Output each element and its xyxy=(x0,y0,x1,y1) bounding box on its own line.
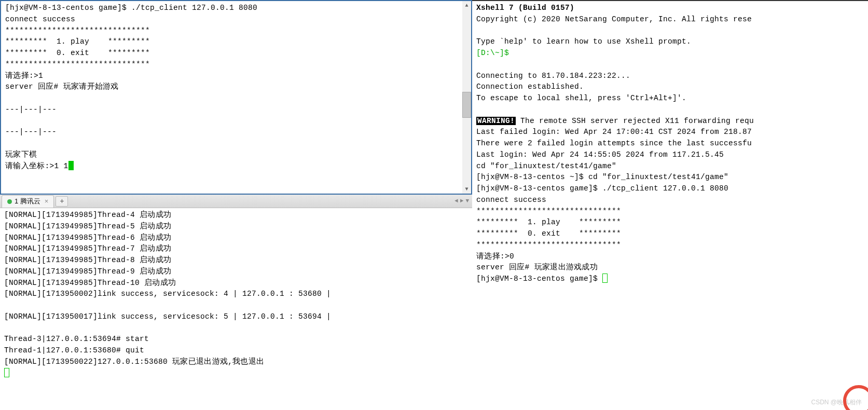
failed-attempts-line: There were 2 failed login attempts since… xyxy=(476,139,752,147)
line: ********* 1. play ********* xyxy=(5,37,150,46)
connect-success-line: connect success xyxy=(476,196,546,204)
line: ---|---|--- xyxy=(5,105,57,114)
scrollbar-thumb[interactable] xyxy=(462,92,471,118)
tab-tencent-cloud[interactable]: 1 腾讯云 × xyxy=(2,195,54,208)
status-dot-icon xyxy=(7,199,12,204)
line: Thread-1|127.0.0.1:53680# quit xyxy=(4,346,144,354)
help-line: Type `help' to learn how to use Xshell p… xyxy=(476,37,691,46)
line: [NORMAL][1713949985]Thread-4 启动成功 xyxy=(4,211,171,219)
tab-dropdown-icon[interactable]: ▼ xyxy=(465,197,469,206)
final-prompt-line: [hjx@VM-8-13-centos game]$ xyxy=(476,275,602,283)
tab-label: 1 腾讯云 xyxy=(15,196,40,207)
terminal-pane-right[interactable]: Xshell 7 (Build 0157) Copyright (c) 2020… xyxy=(472,1,868,410)
cursor-icon xyxy=(68,161,74,170)
warning-text: The remote SSH server rejected X11 forwa… xyxy=(516,117,754,125)
established-line: Connection established. xyxy=(476,83,584,91)
local-prompt: [D:\~]$ xyxy=(476,49,509,57)
cursor-icon xyxy=(602,274,608,283)
cd-cmd-line: [hjx@VM-8-13-centos ~]$ cd "for_linuxtes… xyxy=(476,173,728,181)
line: 请选择:>1 xyxy=(5,72,43,80)
last-login-line: Last login: Wed Apr 24 14:55:05 2024 fro… xyxy=(476,151,724,159)
line: 请输入坐标:>1 1 xyxy=(5,162,68,170)
stars-line: ******************************* xyxy=(476,241,621,249)
line: server 回应# 玩家请开始游戏 xyxy=(5,83,119,91)
scroll-down-icon[interactable]: ▼ xyxy=(462,185,471,194)
line: [NORMAL][1713949985]Thread-8 启动成功 xyxy=(4,256,171,264)
line: [hjx@VM-8-13-centos game]$ ./tcp_client … xyxy=(5,4,257,12)
tab-nav-arrows: ◄ ► ▼ xyxy=(454,197,472,206)
terminal-output-top-left: [hjx@VM-8-13-centos game]$ ./tcp_client … xyxy=(1,1,471,173)
copyright-line: Copyright (c) 2020 NetSarang Computer, I… xyxy=(476,15,752,23)
tab-prev-icon[interactable]: ◄ xyxy=(454,197,458,206)
stars-line: ******************************* xyxy=(476,207,621,215)
line: ******************************* xyxy=(5,26,150,35)
warning-badge: WARNING! xyxy=(476,117,516,125)
line: [NORMAL][1713949985]Thread-10 启动成功 xyxy=(4,279,176,287)
escape-line: To escape to local shell, press 'Ctrl+Al… xyxy=(476,94,686,102)
tab-bar: 1 腾讯云 × + ◄ ► ▼ xyxy=(0,195,472,208)
close-icon[interactable]: × xyxy=(45,196,49,207)
line: [NORMAL][1713949985]Thread-9 启动成功 xyxy=(4,267,171,276)
line: connect success xyxy=(5,15,75,23)
line: [NORMAL][1713950002]link success, servic… xyxy=(4,290,331,298)
connecting-line: Connecting to 81.70.184.223:22... xyxy=(476,72,630,80)
cursor-icon xyxy=(4,368,9,377)
line: [NORMAL][1713949985]Thread-6 启动成功 xyxy=(4,234,171,242)
tab-next-icon[interactable]: ► xyxy=(460,197,464,206)
terminal-pane-bottom-left[interactable]: [NORMAL][1713949985]Thread-4 启动成功 [NORMA… xyxy=(0,208,472,410)
line: ********* 0. exit ********* xyxy=(5,49,150,57)
scroll-up-icon[interactable]: ▲ xyxy=(462,1,471,10)
line: [NORMAL][1713949985]Thread-7 启动成功 xyxy=(4,244,171,253)
last-failed-line: Last failed login: Wed Apr 24 17:00:41 C… xyxy=(476,128,752,136)
line: ---|---|--- xyxy=(5,128,57,136)
line: Thread-3|127.0.0.1:53694# start xyxy=(4,335,149,343)
scrollbar-vertical[interactable]: ▲ ▼ xyxy=(462,1,471,194)
choice-line: 请选择:>0 xyxy=(476,252,514,261)
terminal-pane-top-left[interactable]: [hjx@VM-8-13-centos game]$ ./tcp_client … xyxy=(0,0,472,195)
run-cmd-line: [hjx@VM-8-13-centos game]$ ./tcp_client … xyxy=(476,184,728,193)
line: ******************************* xyxy=(5,60,150,69)
server-response-line: server 回应# 玩家退出游戏成功 xyxy=(476,263,598,271)
cd-echo-line: cd "for_linuxtest/test41/game" xyxy=(476,162,616,170)
xshell-title: Xshell 7 (Build 0157) xyxy=(476,4,574,12)
line: 玩家下棋 xyxy=(5,151,37,159)
line: [NORMAL][1713950017]link success, servic… xyxy=(4,312,331,321)
add-tab-button[interactable]: + xyxy=(56,196,68,207)
line: [NORMAL][1713949985]Thread-5 启动成功 xyxy=(4,222,171,230)
menu-exit-line: ********* 0. exit ********* xyxy=(476,229,621,238)
line: [NORMAL][1713950022]127.0.0.1:53680 玩家已退… xyxy=(4,358,264,366)
menu-play-line: ********* 1. play ********* xyxy=(476,218,621,226)
